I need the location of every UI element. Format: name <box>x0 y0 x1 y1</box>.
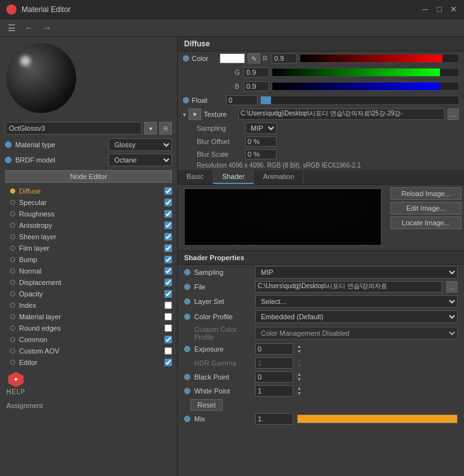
material-name-input[interactable] <box>5 122 142 135</box>
diffuse-checkbox[interactable] <box>164 187 172 195</box>
specular-dot <box>10 200 15 205</box>
locate-image-button[interactable]: Locate Image... <box>390 216 461 229</box>
custom-aov-dot <box>10 348 15 354</box>
float-radio[interactable] <box>183 97 189 103</box>
common-checkbox[interactable] <box>164 336 172 343</box>
sp-custom-color-select[interactable]: Color Management Disabled <box>255 327 458 340</box>
maximize-button[interactable]: □ <box>435 5 444 14</box>
normal-checkbox[interactable] <box>164 267 172 275</box>
b-channel-input[interactable] <box>244 81 269 91</box>
back-button[interactable]: ← <box>22 22 36 34</box>
index-checkbox[interactable] <box>164 301 172 309</box>
tab-shader[interactable]: Shader <box>213 170 254 184</box>
title-bar: Material Editor ─ □ ✕ <box>0 0 464 19</box>
sp-hdr-gamma-input[interactable] <box>255 357 293 369</box>
color-radio[interactable] <box>183 55 189 62</box>
sp-file-menu-button[interactable]: … <box>446 281 458 293</box>
round-edges-checkbox[interactable] <box>164 324 172 332</box>
sp-sampling-select[interactable]: MIP <box>255 266 458 279</box>
sp-white-point-input[interactable] <box>255 385 293 397</box>
forward-button[interactable]: → <box>40 22 54 34</box>
sp-file-radio[interactable] <box>184 284 190 290</box>
sheen-layer-checkbox[interactable] <box>164 233 172 241</box>
sp-black-point-radio[interactable] <box>184 374 190 380</box>
material-type-select[interactable]: Glossy <box>109 138 172 151</box>
collapse-arrow[interactable]: ▾ <box>183 111 186 118</box>
sp-black-point-arrows[interactable]: ▲▼ <box>297 372 302 382</box>
displacement-label: Displacement <box>19 279 161 286</box>
g-channel-row: G <box>178 65 464 79</box>
sp-exposure-arrows[interactable]: ▲▼ <box>297 344 302 354</box>
float-bar-fill <box>261 96 271 104</box>
texture-type-button[interactable]: ▾ <box>189 109 201 120</box>
float-input[interactable] <box>226 95 258 105</box>
film-layer-label: Film layer <box>19 244 161 252</box>
close-button[interactable]: ✕ <box>449 5 458 14</box>
sp-layer-set-select[interactable]: Select... <box>255 295 458 308</box>
sampling-label: Sampling <box>197 124 241 132</box>
sp-color-profile-select[interactable]: Embedded (Default) <box>255 310 458 323</box>
editor-checkbox[interactable] <box>164 359 172 366</box>
g-channel-label: G <box>235 69 241 76</box>
sp-black-point-label: Black Point <box>194 373 251 381</box>
material-preview-sphere <box>6 43 76 113</box>
channel-displacement: Displacement <box>0 277 177 288</box>
channel-opacity: Opacity <box>0 288 177 300</box>
material-copy-button[interactable]: ⎘ <box>159 122 172 135</box>
sampling-select[interactable]: MIP <box>245 122 277 134</box>
material-layer-checkbox[interactable] <box>164 313 172 321</box>
reload-image-button[interactable]: Reload Image... <box>390 187 461 200</box>
sheen-layer-dot <box>10 234 15 239</box>
material-type-radio[interactable] <box>5 142 11 148</box>
texture-label: Texture <box>204 110 235 118</box>
minimize-button[interactable]: ─ <box>421 5 430 14</box>
assignment-row: Assignment <box>0 399 177 412</box>
blur-offset-input[interactable] <box>245 136 277 147</box>
anisotropy-checkbox[interactable] <box>164 221 172 229</box>
sp-mix-input[interactable] <box>255 413 293 425</box>
channel-common: Common <box>0 334 177 345</box>
opacity-checkbox[interactable] <box>164 290 172 298</box>
resolution-text: Resolution 4096 x 4096. RGB (8 Bit). sRG… <box>178 161 464 170</box>
tab-animation[interactable]: Animation <box>254 170 303 184</box>
color-swatch[interactable] <box>220 53 245 63</box>
brdf-model-radio[interactable] <box>5 157 11 163</box>
tab-basic[interactable]: Basic <box>178 170 213 184</box>
sp-black-point-input[interactable] <box>255 371 293 383</box>
sp-mix-radio[interactable] <box>184 416 190 422</box>
blur-scale-input[interactable] <box>245 149 277 159</box>
back-icon: ← <box>25 23 34 33</box>
forward-icon: → <box>43 23 51 33</box>
bump-checkbox[interactable] <box>164 256 172 263</box>
sp-exposure-input[interactable] <box>255 343 293 355</box>
sp-white-point-arrows[interactable]: ▲▼ <box>297 386 302 396</box>
g-channel-input[interactable] <box>244 67 269 77</box>
sp-sampling-row: Sampling MIP <box>178 265 464 280</box>
color-picker-button[interactable]: ✎ <box>248 53 260 63</box>
film-layer-checkbox[interactable] <box>164 244 172 252</box>
sp-exposure-radio[interactable] <box>184 346 190 352</box>
texture-path: C:\Users\qudgj\Desktop\시포디 연습\강의자료\25강-2… <box>238 109 445 120</box>
node-editor-button[interactable]: Node Editor <box>5 170 172 183</box>
r-channel-input[interactable] <box>272 53 297 63</box>
left-panel: ▾ ⎘ Material type Glossy BRDF model Octa… <box>0 37 178 476</box>
custom-aov-checkbox[interactable] <box>164 347 172 355</box>
sp-white-point-radio[interactable] <box>184 388 190 394</box>
shader-props-header: Shader Properties <box>178 251 464 265</box>
brdf-model-select[interactable]: Octane <box>109 154 172 166</box>
sp-color-profile-radio[interactable] <box>184 314 190 320</box>
material-options-button[interactable]: ▾ <box>144 122 157 135</box>
specular-checkbox[interactable] <box>164 199 172 206</box>
sp-layer-set-row: Layer Set Select... <box>178 294 464 309</box>
reset-button[interactable]: Reset <box>190 399 223 411</box>
sp-layer-set-radio[interactable] <box>184 298 190 305</box>
texture-menu-button[interactable]: … <box>447 109 459 120</box>
sp-mix-label: Mix <box>194 415 251 423</box>
sp-reset-row: Reset <box>178 398 464 412</box>
menu-button[interactable]: ☰ <box>5 22 18 34</box>
edit-image-button[interactable]: Edit Image... <box>390 202 461 215</box>
channel-sheen-layer: Sheen layer <box>0 231 177 242</box>
displacement-checkbox[interactable] <box>164 279 172 286</box>
roughness-checkbox[interactable] <box>164 210 172 218</box>
sp-sampling-radio[interactable] <box>184 269 190 275</box>
